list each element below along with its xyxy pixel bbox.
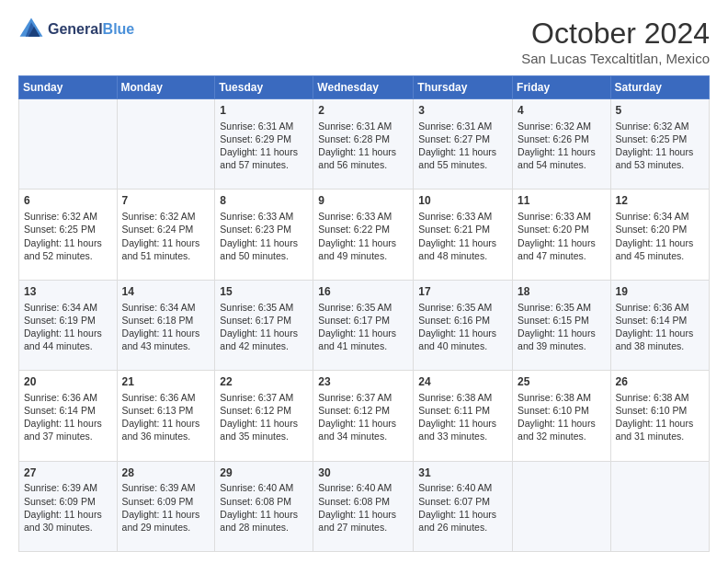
day-number: 15 [220,284,308,300]
subtitle: San Lucas Texcaltitlan, Mexico [521,51,710,66]
day-number: 18 [518,284,606,300]
day-info: Sunrise: 6:40 AM Sunset: 6:08 PM Dayligh… [318,481,408,534]
page: GeneralBlue October 2024 San Lucas Texca… [0,0,728,563]
header-friday: Friday [513,76,611,99]
day-info: Sunrise: 6:40 AM Sunset: 6:08 PM Dayligh… [220,481,308,534]
calendar-cell: 16Sunrise: 6:35 AM Sunset: 6:17 PM Dayli… [313,280,414,370]
calendar-cell: 27Sunrise: 6:39 AM Sunset: 6:09 PM Dayli… [19,461,118,551]
calendar-cell: 22Sunrise: 6:37 AM Sunset: 6:12 PM Dayli… [215,371,313,461]
day-info: Sunrise: 6:35 AM Sunset: 6:17 PM Dayligh… [318,301,408,353]
calendar-cell: 6Sunrise: 6:32 AM Sunset: 6:25 PM Daylig… [19,190,118,280]
calendar-cell: 31Sunrise: 6:40 AM Sunset: 6:07 PM Dayli… [414,461,513,551]
day-number: 30 [318,465,408,481]
calendar-cell: 3Sunrise: 6:31 AM Sunset: 6:27 PM Daylig… [414,99,513,190]
calendar-cell: 10Sunrise: 6:33 AM Sunset: 6:21 PM Dayli… [414,190,513,280]
day-info: Sunrise: 6:35 AM Sunset: 6:17 PM Dayligh… [220,301,308,353]
day-info: Sunrise: 6:32 AM Sunset: 6:26 PM Dayligh… [518,120,606,172]
day-number: 13 [24,284,112,300]
day-info: Sunrise: 6:38 AM Sunset: 6:11 PM Dayligh… [418,391,507,443]
day-info: Sunrise: 6:34 AM Sunset: 6:20 PM Dayligh… [616,210,704,262]
day-number: 6 [24,193,112,209]
main-title: October 2024 [521,17,710,51]
day-number: 21 [122,374,210,390]
day-info: Sunrise: 6:33 AM Sunset: 6:23 PM Dayligh… [220,210,308,262]
logo: GeneralBlue [18,17,134,42]
day-number: 26 [616,374,704,390]
day-number: 16 [318,284,408,300]
calendar-cell: 23Sunrise: 6:37 AM Sunset: 6:12 PM Dayli… [313,371,414,461]
calendar-cell: 18Sunrise: 6:35 AM Sunset: 6:15 PM Dayli… [513,280,611,370]
day-info: Sunrise: 6:33 AM Sunset: 6:20 PM Dayligh… [518,210,606,262]
day-number: 10 [418,193,507,209]
day-info: Sunrise: 6:34 AM Sunset: 6:19 PM Dayligh… [24,301,112,353]
calendar-cell: 13Sunrise: 6:34 AM Sunset: 6:19 PM Dayli… [19,280,118,370]
logo-icon [18,17,44,42]
calendar-cell [610,461,709,551]
day-info: Sunrise: 6:36 AM Sunset: 6:14 PM Dayligh… [616,301,704,353]
calendar-cell: 11Sunrise: 6:33 AM Sunset: 6:20 PM Dayli… [513,190,611,280]
header: GeneralBlue October 2024 San Lucas Texca… [18,17,710,66]
header-tuesday: Tuesday [215,76,313,99]
calendar-week-row: 13Sunrise: 6:34 AM Sunset: 6:19 PM Dayli… [19,280,710,370]
calendar-cell [117,99,215,190]
calendar-cell: 9Sunrise: 6:33 AM Sunset: 6:22 PM Daylig… [313,190,414,280]
calendar-cell: 24Sunrise: 6:38 AM Sunset: 6:11 PM Dayli… [414,371,513,461]
day-number: 28 [122,465,210,481]
day-info: Sunrise: 6:40 AM Sunset: 6:07 PM Dayligh… [418,481,507,534]
day-info: Sunrise: 6:39 AM Sunset: 6:09 PM Dayligh… [24,481,112,534]
calendar-cell: 20Sunrise: 6:36 AM Sunset: 6:14 PM Dayli… [19,371,118,461]
day-info: Sunrise: 6:33 AM Sunset: 6:21 PM Dayligh… [418,210,507,262]
day-number: 22 [220,374,308,390]
calendar-week-row: 20Sunrise: 6:36 AM Sunset: 6:14 PM Dayli… [19,371,710,461]
header-saturday: Saturday [610,76,709,99]
calendar-header-row: Sunday Monday Tuesday Wednesday Thursday… [19,76,710,99]
title-block: October 2024 San Lucas Texcaltitlan, Mex… [521,17,710,66]
day-number: 3 [418,103,507,119]
day-number: 25 [518,374,606,390]
calendar-table: Sunday Monday Tuesday Wednesday Thursday… [18,75,710,552]
calendar-cell: 21Sunrise: 6:36 AM Sunset: 6:13 PM Dayli… [117,371,215,461]
day-number: 23 [318,374,408,390]
calendar-week-row: 6Sunrise: 6:32 AM Sunset: 6:25 PM Daylig… [19,190,710,280]
day-info: Sunrise: 6:37 AM Sunset: 6:12 PM Dayligh… [318,391,408,443]
calendar-cell: 19Sunrise: 6:36 AM Sunset: 6:14 PM Dayli… [610,280,709,370]
calendar-cell: 17Sunrise: 6:35 AM Sunset: 6:16 PM Dayli… [414,280,513,370]
day-number: 20 [24,374,112,390]
header-wednesday: Wednesday [313,76,414,99]
day-number: 31 [418,465,507,481]
day-info: Sunrise: 6:38 AM Sunset: 6:10 PM Dayligh… [616,391,704,443]
day-number: 11 [518,193,606,209]
day-info: Sunrise: 6:31 AM Sunset: 6:28 PM Dayligh… [318,120,408,172]
calendar-cell: 30Sunrise: 6:40 AM Sunset: 6:08 PM Dayli… [313,461,414,551]
day-number: 4 [518,103,606,119]
day-info: Sunrise: 6:31 AM Sunset: 6:27 PM Dayligh… [418,120,507,172]
calendar-cell: 4Sunrise: 6:32 AM Sunset: 6:26 PM Daylig… [513,99,611,190]
header-sunday: Sunday [19,76,118,99]
day-info: Sunrise: 6:38 AM Sunset: 6:10 PM Dayligh… [518,391,606,443]
day-number: 5 [616,103,704,119]
day-number: 14 [122,284,210,300]
day-number: 1 [220,103,308,119]
day-number: 12 [616,193,704,209]
day-number: 7 [122,193,210,209]
day-number: 2 [318,103,408,119]
day-info: Sunrise: 6:35 AM Sunset: 6:15 PM Dayligh… [518,301,606,353]
day-info: Sunrise: 6:36 AM Sunset: 6:13 PM Dayligh… [122,391,210,443]
calendar-cell: 15Sunrise: 6:35 AM Sunset: 6:17 PM Dayli… [215,280,313,370]
day-info: Sunrise: 6:32 AM Sunset: 6:25 PM Dayligh… [616,120,704,172]
calendar-cell: 7Sunrise: 6:32 AM Sunset: 6:24 PM Daylig… [117,190,215,280]
calendar-week-row: 27Sunrise: 6:39 AM Sunset: 6:09 PM Dayli… [19,461,710,551]
header-monday: Monday [117,76,215,99]
day-info: Sunrise: 6:36 AM Sunset: 6:14 PM Dayligh… [24,391,112,443]
day-info: Sunrise: 6:32 AM Sunset: 6:24 PM Dayligh… [122,210,210,262]
day-info: Sunrise: 6:35 AM Sunset: 6:16 PM Dayligh… [418,301,507,353]
day-number: 24 [418,374,507,390]
header-thursday: Thursday [414,76,513,99]
calendar-cell: 5Sunrise: 6:32 AM Sunset: 6:25 PM Daylig… [610,99,709,190]
day-info: Sunrise: 6:32 AM Sunset: 6:25 PM Dayligh… [24,210,112,262]
calendar-cell: 25Sunrise: 6:38 AM Sunset: 6:10 PM Dayli… [513,371,611,461]
calendar-week-row: 1Sunrise: 6:31 AM Sunset: 6:29 PM Daylig… [19,99,710,190]
calendar-cell: 14Sunrise: 6:34 AM Sunset: 6:18 PM Dayli… [117,280,215,370]
calendar-cell [513,461,611,551]
calendar-cell: 2Sunrise: 6:31 AM Sunset: 6:28 PM Daylig… [313,99,414,190]
